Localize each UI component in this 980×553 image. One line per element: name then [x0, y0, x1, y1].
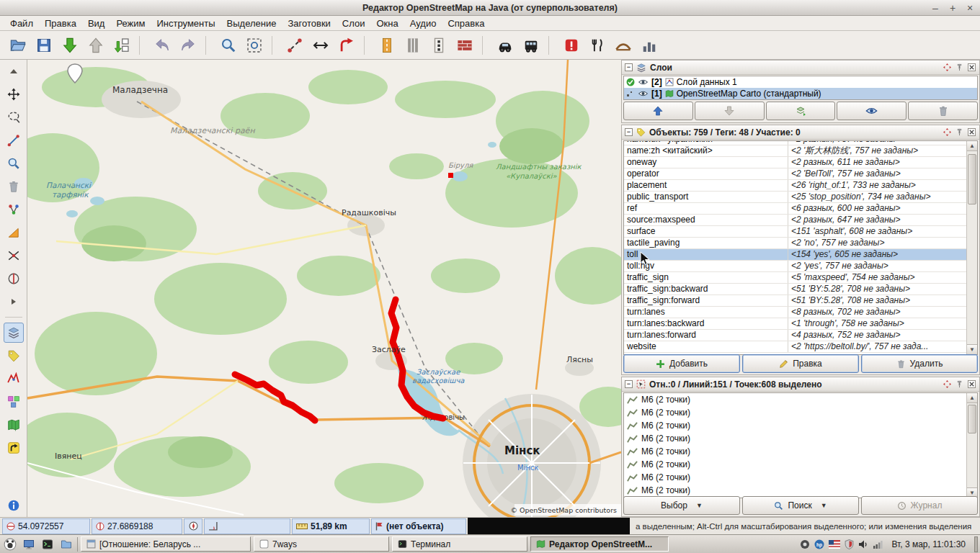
- tag-row[interactable]: traffic_sign:backward<51 'BY:5.28', 708 …: [624, 284, 966, 295]
- applications-menu-button[interactable]: [2, 536, 18, 552]
- longitude-display[interactable]: 27.6869188: [92, 518, 182, 534]
- distance-display[interactable]: 51,89 km: [292, 518, 370, 534]
- toolbar-scroll-up-button[interactable]: [4, 61, 24, 81]
- volume-icon[interactable]: [858, 539, 868, 549]
- menu-file[interactable]: Файл: [4, 17, 39, 30]
- tag-row[interactable]: website<2 'https://beltoll.by/', 757 не …: [624, 341, 966, 353]
- layer-row-imagery[interactable]: [1] OpenStreetMap Carto (стандартный): [624, 88, 977, 99]
- selection-mode-button[interactable]: Выбор▼: [623, 496, 740, 515]
- minimize-button[interactable]: –: [930, 2, 941, 14]
- menu-audio[interactable]: Аудио: [404, 17, 442, 30]
- angle-display[interactable]: [204, 518, 290, 534]
- visibility-eye-icon[interactable]: [638, 78, 649, 86]
- redo-button[interactable]: [176, 34, 200, 57]
- panel-close-button[interactable]: [967, 379, 976, 389]
- collapse-panel-button[interactable]: −: [625, 380, 633, 388]
- tag-row[interactable]: surface<151 'asphalt', 608 не заданы>: [624, 226, 966, 238]
- selection-list-item[interactable]: М6 (2 точки): [624, 484, 977, 497]
- menu-presets[interactable]: Заготовки: [282, 17, 336, 30]
- activate-layer-button[interactable]: [766, 102, 836, 120]
- clock[interactable]: Вт, 3 мар, 11:01:30: [888, 539, 971, 549]
- info-button[interactable]: [4, 495, 24, 516]
- selection-list-item[interactable]: М6 (2 точки): [624, 445, 977, 458]
- taskbar-window-terminal[interactable]: Терминал: [392, 536, 527, 552]
- tag-row[interactable]: placement<26 'right_of:1', 733 не заданы…: [624, 180, 966, 192]
- selection-list-item[interactable]: М6 (2 точки): [624, 393, 977, 406]
- panel-detach-button[interactable]: [943, 127, 952, 137]
- move-layer-up-button[interactable]: [623, 102, 693, 120]
- network-icon[interactable]: [873, 539, 883, 549]
- scroll-up-arrow[interactable]: ▲: [967, 141, 977, 151]
- menu-view[interactable]: Вид: [82, 17, 111, 30]
- tag-row[interactable]: tactile_paving<2 'no', 757 не заданы>: [624, 238, 966, 249]
- tag-row[interactable]: traffic_sign:forward<51 'BY:5.28', 708 н…: [624, 295, 966, 307]
- delete-tag-button[interactable]: Удалить: [861, 354, 978, 373]
- scrollbar-thumb[interactable]: [968, 405, 976, 433]
- menu-help[interactable]: Справка: [442, 17, 490, 30]
- tag-row[interactable]: name:zh <китайский><2 '斯大林防线', 757 не за…: [624, 145, 966, 157]
- show-desktop-button[interactable]: [21, 536, 37, 552]
- collapse-panel-button[interactable]: −: [625, 63, 633, 71]
- bridge-button[interactable]: [611, 34, 636, 57]
- panel-detach-button[interactable]: [943, 63, 952, 72]
- taskbar-window-josm[interactable]: Редактор OpenStreetM...: [530, 536, 669, 552]
- menu-selection[interactable]: Выделение: [221, 17, 282, 30]
- wall-style-button[interactable]: [453, 34, 477, 57]
- maximize-button[interactable]: +: [947, 2, 958, 14]
- tags-dialog-toggle[interactable]: [4, 346, 24, 366]
- security-shield-icon[interactable]: [845, 539, 854, 549]
- tag-row[interactable]: turn:lanes:forward<4 разных, 752 не зада…: [624, 330, 966, 341]
- scroll-down-arrow[interactable]: ▼: [967, 344, 977, 354]
- delete-layer-button[interactable]: [908, 102, 978, 120]
- tag-row[interactable]: turn:lanes<8 разных, 702 не заданы>: [624, 307, 966, 318]
- warnings-button[interactable]: [559, 34, 584, 57]
- object-name-display[interactable]: (нет объекта): [371, 518, 466, 534]
- move-layer-down-button[interactable]: [695, 102, 765, 120]
- combine-way-button[interactable]: [308, 34, 333, 57]
- zoom-box-button[interactable]: [242, 34, 267, 57]
- collapse-panel-button[interactable]: −: [625, 128, 633, 136]
- save-button[interactable]: [32, 34, 56, 57]
- visibility-eye-icon[interactable]: [638, 90, 649, 97]
- menu-windows[interactable]: Окна: [370, 17, 404, 30]
- tags-scrollbar[interactable]: ▲ ▼: [966, 141, 977, 354]
- panel-stick-button[interactable]: [955, 127, 964, 137]
- panel-close-button[interactable]: [967, 127, 976, 137]
- zoom-to-selection-button[interactable]: [216, 34, 241, 57]
- tag-row[interactable]: source:maxspeed<2 разных, 647 не заданы>: [624, 215, 966, 226]
- taskbar-window-relation[interactable]: [Отношение: Беларусь ...: [81, 536, 251, 552]
- restrictions-dialog-toggle[interactable]: [4, 438, 24, 458]
- reverse-way-button[interactable]: [334, 34, 359, 57]
- panel-stick-button[interactable]: [955, 379, 964, 389]
- lanes-style-button[interactable]: [401, 34, 425, 57]
- validator-dialog-toggle[interactable]: [4, 369, 24, 389]
- download-data-button[interactable]: [58, 34, 82, 57]
- split-way-button[interactable]: [282, 34, 307, 57]
- selection-list-item[interactable]: М6 (2 точки): [624, 458, 977, 471]
- lasso-tool-button[interactable]: [4, 107, 24, 127]
- add-tag-button[interactable]: Добавить: [623, 354, 740, 373]
- tag-row-selected[interactable]: toll<154 'yes', 605 не заданы>: [624, 249, 966, 261]
- tag-row[interactable]: ref<6 разных, 600 не заданы>: [624, 203, 966, 215]
- angle-snap-tool-button[interactable]: [4, 222, 24, 243]
- selection-list-item[interactable]: М6 (2 точки): [624, 432, 977, 445]
- notification-icon[interactable]: [800, 539, 810, 549]
- layers-dialog-toggle[interactable]: [4, 323, 24, 343]
- more-tools-button[interactable]: [4, 292, 24, 312]
- map-canvas[interactable]: Ждановічы Маладзечна Маладзечанскі раён …: [27, 60, 621, 517]
- delete-tool-button[interactable]: [4, 176, 24, 197]
- tag-row[interactable]: operator<2 'BelToll', 757 не заданы>: [624, 168, 966, 180]
- open-button[interactable]: [6, 34, 30, 57]
- nodes-style-button[interactable]: [427, 34, 451, 57]
- tag-row[interactable]: toll:hgv<2 'yes', 757 не заданы>: [624, 261, 966, 272]
- scrollbar-thumb[interactable]: [968, 154, 976, 204]
- upload-data-button[interactable]: [84, 34, 108, 57]
- tag-row[interactable]: oneway<2 разных, 611 не заданы>: [624, 157, 966, 168]
- scroll-up-arrow[interactable]: ▲: [967, 393, 977, 403]
- relations-dialog-toggle[interactable]: [4, 392, 24, 412]
- highway-style-button[interactable]: [375, 34, 399, 57]
- menu-tools[interactable]: Инструменты: [151, 17, 221, 30]
- bus-access-button[interactable]: [519, 34, 543, 57]
- tag-row[interactable]: public_transport<25 'stop_position', 734…: [624, 192, 966, 203]
- panel-detach-button[interactable]: [943, 379, 952, 389]
